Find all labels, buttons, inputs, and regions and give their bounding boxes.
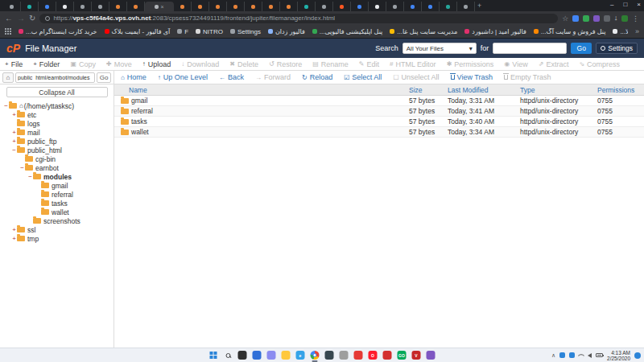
browser-tab[interactable] [333, 2, 351, 11]
search-button[interactable] [224, 351, 233, 360]
file-table-row[interactable]: gmail 57 bytes Today, 3:31 AM httpd/unix… [114, 96, 644, 106]
browse-toolbar-item[interactable]: ☐ Unselect All [393, 73, 439, 81]
tree-item[interactable]: gmail [0, 181, 114, 190]
browser-tab[interactable] [351, 2, 369, 11]
file-table-row[interactable]: tasks 57 bytes Today, 3:40 AM httpd/unix… [114, 117, 644, 127]
column-header-modified[interactable]: Last Modified [448, 86, 520, 94]
browser-tab[interactable] [316, 2, 333, 11]
browser-tab[interactable] [3, 2, 21, 11]
browser-tab[interactable] [245, 2, 262, 11]
purple-app-icon[interactable] [427, 351, 436, 360]
browser-tab[interactable] [262, 2, 280, 11]
store-app-icon[interactable] [325, 351, 334, 360]
tree-item[interactable]: − public_html [0, 146, 114, 154]
edge-icon[interactable]: e [296, 351, 305, 360]
browse-toolbar-item[interactable]: ← Back [219, 73, 244, 81]
tree-item[interactable]: screenshots [0, 216, 114, 225]
toolbar-item[interactable]: + Folder [33, 60, 60, 68]
browser-tab[interactable] [109, 2, 127, 11]
tree-item[interactable]: + public_ftp [0, 137, 114, 146]
tree-toggle-icon[interactable]: + [11, 129, 17, 136]
tree-item[interactable]: + etc [0, 110, 114, 119]
tree-toggle-icon[interactable]: + [11, 226, 17, 233]
browser-tab[interactable] [127, 2, 145, 11]
extension-icon[interactable] [583, 15, 589, 22]
bookmark-item[interactable]: پنل اپلیکیشنی فالیوپی... [312, 28, 383, 35]
tray-app-icon[interactable] [559, 352, 565, 358]
path-go-button[interactable]: Go [97, 72, 111, 83]
tree-item[interactable]: cgi-bin [0, 154, 114, 163]
extension-icon[interactable] [593, 15, 600, 22]
tree-item[interactable]: + tmp [0, 234, 114, 243]
tree-item[interactable]: + mail [0, 128, 114, 137]
toolbar-item[interactable]: ↺ Restore [269, 60, 302, 68]
puzzle-extensions-icon[interactable] [604, 15, 610, 22]
apps-grid-icon[interactable] [5, 28, 11, 35]
bookmark-item[interactable]: خرید کارت اینستاگرام ب... [19, 28, 97, 35]
toolbar-item[interactable]: ▣ Copy [70, 60, 96, 68]
tree-toggle-icon[interactable]: + [11, 138, 17, 145]
column-header-name[interactable]: Name [114, 86, 409, 94]
bookmark-item[interactable]: پنل فروش و سایت آگ... [534, 28, 606, 35]
red-v-app-icon[interactable]: V [412, 351, 421, 360]
browser-tab[interactable] [92, 2, 109, 11]
column-header-type[interactable]: Type [520, 86, 597, 94]
new-tab-button[interactable]: + [477, 2, 481, 10]
browser-tab[interactable] [386, 2, 404, 11]
file-table-row[interactable]: wallet 57 bytes Today, 3:34 AM httpd/uni… [114, 127, 644, 138]
battery-icon[interactable] [596, 353, 603, 357]
anydesk-icon[interactable] [354, 351, 363, 360]
close-button[interactable]: × [637, 1, 641, 8]
volume-icon[interactable] [588, 353, 592, 358]
bookmark-item[interactable]: NITRO [196, 28, 223, 35]
tree-toggle-icon[interactable]: − [27, 173, 33, 180]
tree-item[interactable]: tasks [0, 199, 114, 208]
tree-item[interactable]: referral [0, 190, 114, 199]
toolbar-item[interactable]: ✚ Move [106, 60, 132, 68]
extension-icon[interactable] [572, 15, 579, 22]
site-settings-icon[interactable] [45, 16, 50, 21]
search-go-button[interactable]: Go [571, 43, 592, 54]
browse-toolbar-item[interactable]: ↑ Up One Level [158, 73, 208, 81]
file-explorer-icon[interactable] [282, 351, 291, 360]
column-header-permissions[interactable]: Permissions [597, 86, 644, 94]
url-bar[interactable]: https://vps-c5f64a4c.vps.ovh.net:2083/cp… [39, 14, 558, 23]
notification-badge[interactable] [634, 352, 641, 359]
browser-tab[interactable] [422, 2, 440, 11]
tray-app-icon[interactable] [569, 352, 575, 358]
browser-tab[interactable] [209, 2, 227, 11]
search-input[interactable] [493, 43, 567, 54]
bookmark-item[interactable]: آی فالیور - ایمیت بلاک [105, 28, 171, 35]
teams-chat-icon[interactable] [267, 351, 276, 360]
tree-toggle-icon[interactable]: + [11, 235, 17, 242]
tree-toggle-icon[interactable]: − [11, 146, 17, 154]
browser-tab[interactable] [298, 2, 316, 11]
browse-toolbar-item[interactable]: Empty Trash [504, 73, 551, 81]
browser-tab[interactable] [192, 2, 209, 11]
browser-tab[interactable] [227, 2, 245, 11]
chrome-icon[interactable] [311, 351, 320, 360]
collapse-all-button[interactable]: Collapse All [6, 87, 108, 97]
browser-back-icon[interactable]: ← [5, 14, 13, 23]
tree-toggle-icon[interactable]: − [19, 164, 25, 171]
search-scope-select[interactable]: All Your Files ▾ [402, 43, 477, 54]
toolbar-item[interactable]: ▤ Rename [312, 60, 349, 68]
bookmark-item[interactable]: Settings [230, 28, 261, 35]
toolbar-item[interactable]: # HTML Editor [390, 60, 436, 68]
minimize-button[interactable]: – [610, 1, 613, 8]
extension-icon[interactable] [621, 15, 628, 22]
browser-menu-icon[interactable]: ⋮ [632, 14, 639, 23]
opera-icon[interactable]: O [369, 351, 378, 360]
taskbar-clock[interactable]: 4:13 AM 2/25/2020 [607, 350, 630, 361]
browser-tab[interactable] [404, 2, 422, 11]
start-button[interactable] [209, 351, 218, 360]
toolbar-item[interactable]: ↑ Upload [142, 60, 171, 68]
tree-item[interactable]: − modules [0, 172, 114, 181]
toolbar-item[interactable]: ✱ Permissions [447, 60, 494, 68]
tree-item[interactable]: + ssl [0, 225, 114, 234]
path-input[interactable] [15, 72, 95, 83]
browser-tab[interactable] [21, 2, 39, 11]
bookmarks-overflow-chevron[interactable]: » [635, 27, 639, 35]
cpanel-logo[interactable]: cP [6, 42, 20, 55]
tree-item[interactable]: logs [0, 119, 114, 128]
